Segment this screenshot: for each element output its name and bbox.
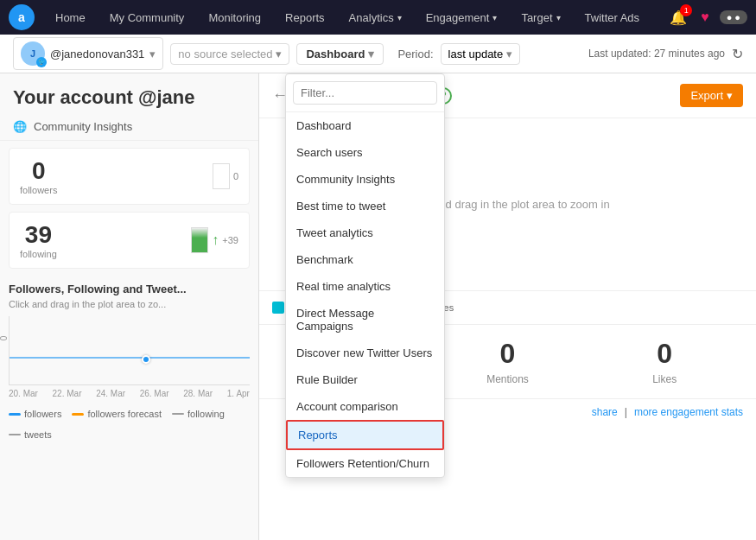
nav-monitoring[interactable]: Monitoring [196, 0, 273, 35]
nav-my-community[interactable]: My Community [98, 0, 197, 35]
dropdown-item-best-time[interactable]: Best time to tweet [286, 193, 444, 219]
dropdown-item-tweet-analytics[interactable]: Tweet analytics [286, 219, 444, 246]
nav-reports[interactable]: Reports [273, 0, 337, 35]
legend-forecast-label: followers forecast [87, 409, 162, 419]
retweets-legend-icon [272, 302, 284, 314]
following-change: ↑ +39 [191, 227, 238, 253]
chart-subtitle: Click and drag in the plot area to zo... [9, 299, 250, 309]
legend-following-label: following [187, 409, 225, 419]
dropdown-item-realtime[interactable]: Real time analytics [286, 273, 444, 300]
legend-following: following [172, 409, 225, 419]
legend-followers: followers [9, 409, 61, 419]
following-value: 39 [20, 221, 57, 249]
dropdown-filter-input[interactable] [293, 81, 437, 105]
top-nav: a Home My Community Monitoring Reports A… [0, 0, 756, 35]
likes-value: 0 [586, 338, 743, 370]
analytics-caret-icon: ▾ [397, 13, 402, 22]
legend-tweets: tweets [9, 429, 52, 440]
avatar: J 🐦 [21, 41, 45, 66]
dashboard-selector[interactable]: Dashboard ▾ [296, 43, 384, 65]
chart-legend: followers followers forecast following t… [0, 405, 258, 443]
dropdown-item-search-users[interactable]: Search users [286, 139, 444, 166]
export-button[interactable]: Export ▾ [680, 84, 743, 107]
period-label: Period: [397, 48, 433, 60]
chart-x-axis: 20. Mar 22. Mar 24. Mar 26. Mar 28. Mar … [9, 385, 250, 402]
target-caret-icon: ▾ [556, 13, 561, 22]
dropdown-item-discover[interactable]: Discover new Twitter Users [286, 340, 444, 366]
chart-section: Followers, Following and Tweet... Click … [0, 276, 258, 405]
nav-engagement[interactable]: Engagement ▾ [414, 0, 510, 35]
following-arrow-icon: ↑ [212, 232, 219, 248]
dashboard-dropdown: Dashboard Search users Community Insight… [285, 73, 445, 478]
refresh-button[interactable]: ↻ [732, 46, 743, 62]
period-selector[interactable]: last update ▾ [441, 43, 521, 65]
followers-forecast-legend-icon [72, 413, 84, 416]
share-link[interactable]: share [592, 406, 618, 418]
followers-value: 0 [20, 157, 57, 185]
legend-tweets-label: tweets [24, 429, 52, 440]
toolbar: J 🐦 @janedonovan331 ▾ no source selected… [0, 35, 756, 73]
engagement-caret-icon: ▾ [492, 13, 497, 22]
dropdown-item-community-insights[interactable]: Community Insights [286, 166, 444, 193]
dropdown-item-benchmark[interactable]: Benchmark [286, 246, 444, 273]
y-axis-label: 0 [0, 336, 9, 341]
source-label: no source selected [178, 48, 272, 60]
followers-change: 0 [213, 163, 238, 189]
x-label-2: 22. Mar [53, 389, 82, 398]
tweets-legend-icon [9, 434, 21, 435]
logo: a [9, 4, 35, 30]
mentions-stat: 0 Mentions [429, 338, 587, 385]
dashboard-caret-icon: ▾ [368, 48, 374, 60]
account-name: @janedonovan331 [50, 48, 144, 60]
community-insights-title: Community Insights [34, 120, 132, 133]
twitter-badge-icon: 🐦 [36, 57, 47, 67]
following-label: following [20, 249, 57, 259]
account-caret-icon: ▾ [149, 48, 156, 60]
dropdown-item-rule-builder[interactable]: Rule Builder [286, 366, 444, 393]
last-updated-label: Last updated: 27 minutes ago [588, 48, 725, 60]
notification-icon[interactable]: 🔔 1 [666, 6, 690, 29]
more-engagement-link[interactable]: more engagement stats [634, 406, 743, 418]
dropdown-item-dm-campaigns[interactable]: Direct Message Campaigns [286, 300, 444, 340]
community-insights-header: 🌐 Community Insights [0, 113, 258, 141]
nav-target[interactable]: Target ▾ [509, 0, 572, 35]
source-caret-icon: ▾ [276, 48, 282, 60]
followers-legend-icon [9, 413, 21, 416]
nav-analytics[interactable]: Analytics ▾ [337, 0, 414, 35]
mentions-stat-label: Mentions [429, 373, 587, 385]
left-panel: Your account @jane 🌐 Community Insights … [0, 73, 259, 540]
dropdown-item-followers-retention[interactable]: Followers Retention/Churn [286, 450, 444, 477]
followers-chart [9, 316, 250, 385]
followers-change-val: 0 [233, 171, 238, 181]
favorites-icon[interactable]: ♥ [697, 6, 713, 29]
export-caret-icon: ▾ [727, 89, 733, 102]
user-menu[interactable]: ● ● [720, 10, 747, 24]
source-selector[interactable]: no source selected ▾ [170, 43, 289, 65]
nav-home[interactable]: Home [43, 0, 98, 35]
period-value: last update [448, 48, 504, 60]
dashboard-label: Dashboard [306, 48, 365, 60]
legend-followers-forecast: followers forecast [72, 409, 162, 419]
chart-title: Followers, Following and Tweet... [9, 283, 250, 295]
period-caret-icon: ▾ [506, 48, 512, 60]
account-selector[interactable]: J 🐦 @janedonovan331 ▾ [13, 37, 163, 70]
x-label-1: 20. Mar [9, 389, 38, 398]
dropdown-item-account-comparison[interactable]: Account comparison [286, 393, 444, 420]
nav-twitter-ads[interactable]: Twitter Ads [573, 0, 652, 35]
mentions-value: 0 [429, 338, 587, 370]
x-label-3: 24. Mar [96, 389, 125, 398]
dropdown-item-dashboard[interactable]: Dashboard [286, 112, 444, 139]
x-label-5: 28. Mar [183, 389, 213, 398]
following-legend-icon [172, 413, 184, 415]
globe-icon: 🌐 [13, 120, 27, 133]
nav-right-icons: 🔔 1 ♥ ● ● [666, 6, 747, 29]
dropdown-item-reports[interactable]: Reports [286, 420, 444, 450]
export-label: Export [690, 89, 723, 102]
following-stat-row: 39 following ↑ +39 [9, 212, 250, 269]
chart-dot [142, 355, 150, 364]
dropdown-filter [286, 74, 444, 112]
followers-stat-row: 0 followers 0 [9, 148, 250, 205]
page-title: Your account @jane [0, 73, 258, 113]
x-label-4: 26. Mar [140, 389, 169, 398]
following-change-val: +39 [222, 235, 238, 245]
